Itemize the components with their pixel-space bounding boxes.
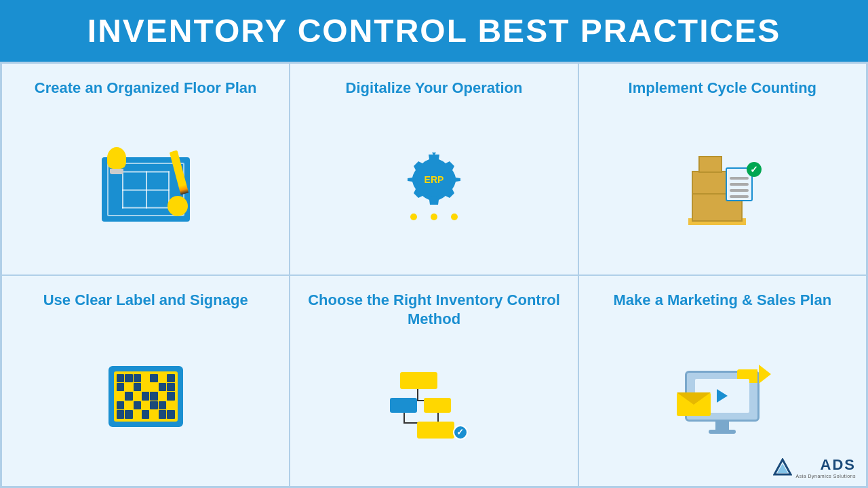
cell-digitalize-title: Digitalize Your Operation: [346, 79, 523, 98]
flow-line-v1: [417, 389, 418, 400]
ads-company-name: ADS: [821, 456, 856, 474]
cell-cycle: Implement Cycle Counting ✓: [578, 63, 867, 275]
cell-marketing: Make a Marketing & Sales Plan: [578, 275, 867, 487]
flowchart: ✓: [390, 372, 478, 440]
flow-box-bottom: [417, 422, 454, 439]
inventory-method-icon: ✓: [387, 369, 481, 443]
ads-subtitle: Asia Dynamics Solutions: [795, 474, 856, 479]
box-small: [698, 156, 722, 173]
monitor-icon: [685, 371, 760, 422]
gear-icon: [167, 196, 188, 216]
practices-grid: Create an Organized Floor Plan: [0, 62, 868, 488]
flow-line-v2: [403, 413, 405, 422]
marketing-icon-area: [671, 317, 773, 476]
ads-logo: ADS Asia Dynamics Solutions: [773, 456, 856, 479]
bulb-glass: [107, 147, 126, 169]
label-icon-area: [98, 317, 193, 476]
gear-outer: ERP: [403, 149, 465, 210]
clipboard-icon: ✓: [726, 167, 756, 205]
boxes-stack: ✓: [688, 167, 756, 222]
qr-code: [114, 371, 178, 422]
qr-frame: [108, 366, 183, 427]
cell-floor-plan-title: Create an Organized Floor Plan: [35, 79, 257, 98]
box-medium: [692, 171, 729, 195]
flow-check-icon: ✓: [453, 425, 468, 440]
label-signage-icon: [98, 359, 193, 434]
cell-label: Use Clear Label and Signage: [1, 275, 290, 487]
floor-plan-icon-area: [98, 105, 193, 264]
cell-cycle-title: Implement Cycle Counting: [629, 79, 816, 98]
erp-icon-area: ERP: [390, 105, 478, 264]
megaphone-horn: [759, 365, 771, 384]
flow-box-mid-left: [390, 398, 417, 413]
header-banner: INVENTORY CONTROL BEST PRACTICES: [0, 0, 868, 62]
erp-icon: ERP: [390, 147, 478, 222]
method-icon-area: ✓: [387, 336, 481, 476]
clipboard-line-3: [730, 189, 749, 192]
check-badge: ✓: [747, 162, 762, 177]
cell-marketing-title: Make a Marketing & Sales Plan: [614, 291, 832, 310]
cycle-counting-icon: ✓: [675, 147, 770, 222]
blueprint-lines: [122, 171, 170, 208]
flow-box-mid-right: [424, 398, 451, 413]
erp-connection-dots: [410, 214, 458, 220]
page-title: INVENTORY CONTROL BEST PRACTICES: [20, 12, 848, 49]
cell-method: Choose the Right Inventory Control Metho…: [290, 275, 578, 487]
flow-box-top: [400, 372, 437, 389]
monitor-base: [709, 430, 736, 434]
lightbulb-icon: [105, 147, 129, 181]
clipboard-line-4: [730, 195, 749, 198]
cycle-icon-area: ✓: [675, 105, 770, 264]
erp-dot-2: [431, 214, 437, 220]
gear-center: ERP: [417, 163, 451, 197]
cell-label-title: Use Clear Label and Signage: [43, 291, 248, 310]
envelope-icon: [677, 392, 711, 416]
bulb-base: [110, 169, 123, 174]
floor-plan-icon: [98, 147, 193, 222]
marketing-plan-icon: [671, 359, 773, 434]
flow-line-v3: [437, 413, 439, 422]
ads-logo-text-wrapper: ADS Asia Dynamics Solutions: [795, 456, 856, 479]
clipboard-line-1: [730, 177, 749, 180]
erp-dot-1: [410, 214, 417, 220]
ads-logo-icon: [773, 458, 792, 477]
erp-label: ERP: [425, 174, 444, 185]
monitor-stand: [715, 422, 729, 430]
page-container: INVENTORY CONTROL BEST PRACTICES Create …: [0, 0, 868, 488]
cell-digitalize: Digitalize Your Operation ERP: [290, 63, 578, 275]
cell-method-title: Choose the Right Inventory Control Metho…: [304, 291, 564, 329]
clipboard-line-2: [730, 183, 749, 186]
cell-floor-plan: Create an Organized Floor Plan: [1, 63, 290, 275]
play-button-icon: [717, 389, 728, 403]
erp-dot-3: [451, 214, 458, 220]
